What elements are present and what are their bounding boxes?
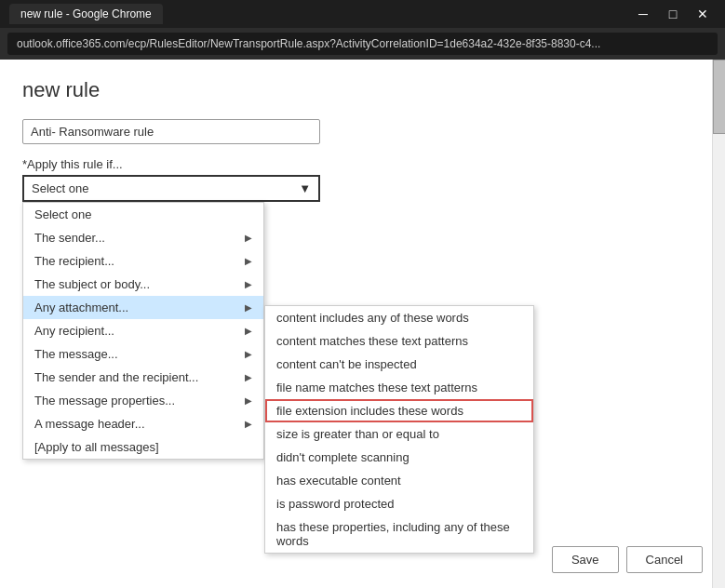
menu-item-recipient[interactable]: The recipient... ▶	[23, 249, 263, 273]
sub-item-has-properties[interactable]: has these properties, including any of t…	[265, 515, 533, 553]
menu-item-label: A message header...	[34, 417, 145, 431]
rule-name-input[interactable]	[22, 119, 320, 144]
submenu-arrow-icon: ▶	[245, 256, 252, 266]
footer: Save Cancel	[552, 546, 703, 573]
dropdown-select-box[interactable]: Select one ▼	[22, 175, 320, 202]
sub-item-label: file name matches these text patterns	[276, 381, 477, 394]
minimize-button[interactable]: ─	[630, 5, 656, 23]
menu-item-message[interactable]: The message... ▶	[23, 342, 263, 366]
sub-item-label: content can't be inspected	[276, 357, 417, 371]
sub-item-size-greater[interactable]: size is greater than or equal to	[265, 422, 533, 446]
menu-item-label: Select one	[34, 207, 91, 221]
menu-item-any-attachment[interactable]: Any attachment... ▶	[23, 296, 263, 319]
restore-button[interactable]: □	[660, 5, 686, 23]
sub-item-label: content matches these text patterns	[276, 334, 468, 348]
title-bar: new rule - Google Chrome ─ □ ✕	[0, 0, 725, 28]
menu-item-message-props[interactable]: The message properties... ▶	[23, 389, 263, 412]
menu-item-label: The subject or body...	[34, 277, 150, 291]
address-bar	[0, 28, 725, 60]
apply-rule-dropdown[interactable]: Select one ▼ Select one The sender... ▶ …	[22, 175, 320, 202]
browser-tab[interactable]: new rule - Google Chrome	[9, 4, 163, 24]
menu-item-label: Any recipient...	[34, 324, 114, 338]
menu-item-label: The sender...	[34, 231, 105, 245]
sub-item-content-matches[interactable]: content matches these text patterns	[265, 329, 533, 353]
submenu-arrow-icon: ▶	[245, 233, 252, 243]
menu-item-message-header[interactable]: A message header... ▶	[23, 412, 263, 435]
page-title: new rule	[22, 78, 703, 102]
sub-item-content-cant-inspect[interactable]: content can't be inspected	[265, 353, 533, 376]
main-content: new rule *Apply this rule if... Select o…	[0, 60, 725, 588]
menu-item-subject-body[interactable]: The subject or body... ▶	[23, 273, 263, 296]
close-button[interactable]: ✕	[690, 5, 716, 23]
menu-item-label: The message...	[34, 347, 118, 361]
menu-item-label: The sender and the recipient...	[34, 370, 198, 384]
submenu-container: content includes any of these words cont…	[264, 305, 534, 554]
sub-item-scanning-incomplete[interactable]: didn't complete scanning	[265, 446, 533, 469]
sub-item-label: content includes any of these words	[276, 311, 469, 325]
sub-item-file-name-matches[interactable]: file name matches these text patterns	[265, 376, 533, 399]
sub-item-label: is password protected	[276, 497, 394, 511]
menu-item-label: [Apply to all messages]	[34, 440, 159, 454]
menu-item-any-recipient[interactable]: Any recipient... ▶	[23, 319, 263, 342]
tab-label: new rule - Google Chrome	[20, 7, 152, 20]
apply-rule-label: *Apply this rule if...	[22, 157, 703, 171]
cancel-button[interactable]: Cancel	[626, 546, 703, 573]
sub-item-password-protected[interactable]: is password protected	[265, 492, 533, 515]
dropdown-selected-value: Select one	[32, 181, 88, 195]
submenu-arrow-icon: ▶	[245, 302, 252, 313]
address-input[interactable]	[7, 33, 718, 55]
menu-item-label: The message properties...	[34, 394, 175, 408]
menu-item-label: The recipient...	[34, 254, 114, 268]
submenu-arrow-icon: ▶	[245, 395, 252, 406]
sub-item-file-extension[interactable]: file extension includes these words	[265, 399, 533, 422]
submenu-arrow-icon: ▶	[245, 372, 252, 382]
menu-item-sender-recipient[interactable]: The sender and the recipient... ▶	[23, 366, 263, 389]
sub-item-label: has executable content	[276, 474, 401, 488]
sub-item-label: size is greater than or equal to	[276, 427, 439, 441]
menu-item-sender[interactable]: The sender... ▶	[23, 226, 263, 249]
menu-item-apply-all[interactable]: [Apply to all messages]	[23, 435, 263, 459]
dropdown-arrow-icon: ▼	[299, 181, 311, 195]
sub-item-label: didn't complete scanning	[276, 450, 409, 464]
sub-item-label: has these properties, including any of t…	[276, 520, 510, 548]
scrollbar[interactable]	[712, 60, 725, 588]
sub-item-label: file extension includes these words	[276, 404, 463, 418]
sub-item-content-includes[interactable]: content includes any of these words	[265, 306, 533, 329]
submenu-arrow-icon: ▶	[245, 419, 252, 429]
sub-item-executable[interactable]: has executable content	[265, 469, 533, 492]
window-controls: ─ □ ✕	[630, 5, 716, 23]
menu-item-select-one[interactable]: Select one	[23, 203, 263, 226]
submenu-arrow-icon: ▶	[245, 349, 252, 359]
menu-item-label: Any attachment...	[34, 301, 128, 314]
dropdown-menu: Select one The sender... ▶ The recipient…	[22, 202, 264, 460]
submenu-arrow-icon: ▶	[245, 326, 252, 336]
submenu-arrow-icon: ▶	[245, 279, 252, 289]
scrollbar-thumb[interactable]	[713, 60, 725, 134]
save-button[interactable]: Save	[552, 546, 619, 573]
